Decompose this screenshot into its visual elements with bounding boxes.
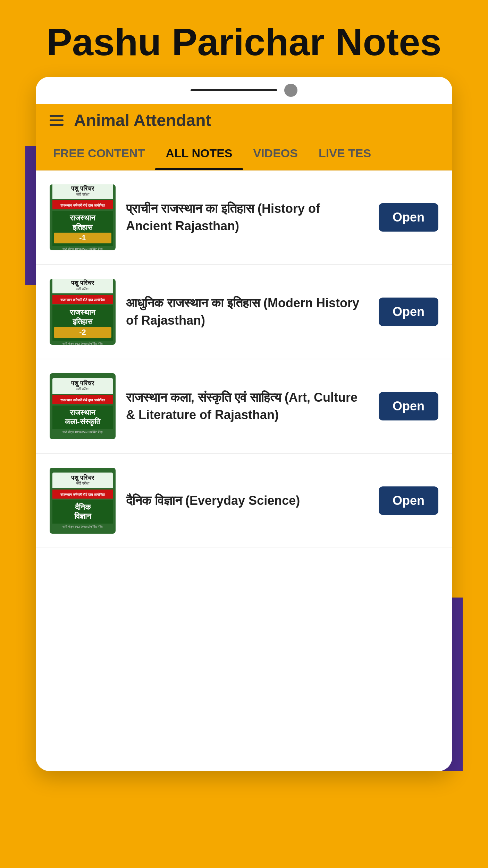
hamburger-menu[interactable] [50, 115, 64, 126]
phone-camera [284, 84, 297, 97]
note-title: प्राचीन राजस्थान का इतिहास (History of A… [126, 200, 368, 235]
note-item: पशु परिचर भर्ती परीक्षा राजस्थान कर्मचार… [36, 359, 452, 454]
tabs-bar: FREE CONTENT ALL NOTES VIDEOS LIVE TES [36, 137, 452, 170]
content-area: पशु परिचर भर्ती परीक्षा राजस्थान कर्मचार… [36, 170, 452, 548]
open-button[interactable]: Open [379, 486, 438, 515]
note-title: दैनिक विज्ञान (Everyday Science) [126, 492, 368, 509]
phone-container: Animal Attendant FREE CONTENT ALL NOTES … [36, 77, 452, 771]
phone-top-bar [36, 77, 452, 104]
note-thumbnail: पशु परिचर भर्ती परीक्षा राजस्थान कर्मचार… [50, 468, 116, 534]
page-title: Pashu Parichar Notes [14, 21, 474, 63]
open-button[interactable]: Open [379, 298, 438, 326]
app-header: Animal Attendant [36, 104, 452, 137]
note-item: पशु परिचर भर्ती परीक्षा राजस्थान कर्मचार… [36, 454, 452, 548]
note-title: राजस्थान कला, संस्कृति एवं साहित्य (Art,… [126, 389, 368, 424]
open-button[interactable]: Open [379, 392, 438, 420]
header-section: Pashu Parichar Notes [0, 0, 488, 77]
note-title: आधुनिक राजस्थान का इतिहास (Modern Histor… [126, 294, 368, 329]
note-info: प्राचीन राजस्थान का इतिहास (History of A… [126, 200, 368, 235]
open-button[interactable]: Open [379, 203, 438, 232]
note-thumbnail: पशु परिचर भर्ती परीक्षा राजस्थान कर्मचार… [50, 184, 116, 250]
tab-videos[interactable]: VIDEOS [243, 137, 308, 170]
note-thumbnail: पशु परिचर भर्ती परीक्षा राजस्थान कर्मचार… [50, 373, 116, 439]
note-item: पशु परिचर भर्ती परीक्षा राजस्थान कर्मचार… [36, 265, 452, 359]
note-item: पशु परिचर भर्ती परीक्षा राजस्थान कर्मचार… [36, 170, 452, 265]
note-thumbnail: पशु परिचर भर्ती परीक्षा राजस्थान कर्मचार… [50, 279, 116, 345]
note-info: आधुनिक राजस्थान का इतिहास (Modern Histor… [126, 294, 368, 329]
phone-notch [191, 89, 277, 91]
note-info: दैनिक विज्ञान (Everyday Science) [126, 492, 368, 509]
tab-all-notes[interactable]: ALL NOTES [155, 137, 243, 170]
tab-live-test[interactable]: LIVE TES [308, 137, 381, 170]
phone-card: Animal Attendant FREE CONTENT ALL NOTES … [36, 77, 452, 771]
tab-free-content[interactable]: FREE CONTENT [43, 137, 155, 170]
note-info: राजस्थान कला, संस्कृति एवं साहित्य (Art,… [126, 389, 368, 424]
app-name: Animal Attendant [74, 111, 211, 130]
